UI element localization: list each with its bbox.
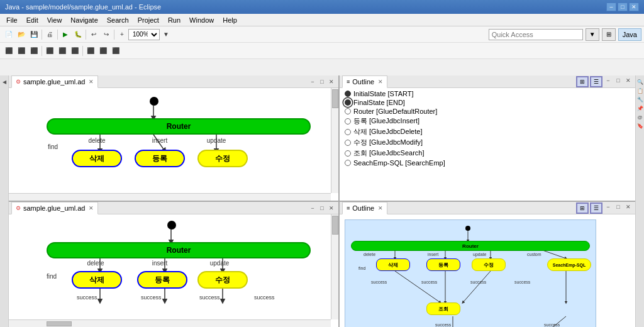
outline-icon-2 xyxy=(345,108,351,114)
zoom-select[interactable]: 100% 75% 50% 150% xyxy=(128,29,160,40)
od-insert-node[interactable]: 등록 xyxy=(426,258,460,271)
open-button[interactable]: 📂 xyxy=(15,28,28,41)
outline-top-tab[interactable]: ≡ Outline ✕ xyxy=(342,75,387,88)
undo-button[interactable]: ↩ xyxy=(87,28,100,41)
top-left-tab[interactable]: ⚙ sample.glue_uml.ad ✕ xyxy=(11,75,98,88)
new-button[interactable]: 📄 xyxy=(3,28,15,41)
minimize-panel-btn[interactable]: − xyxy=(308,77,317,86)
menu-project[interactable]: Project xyxy=(134,15,163,25)
delete-node-top[interactable]: 삭제 xyxy=(72,150,122,167)
insert-node-top[interactable]: 등록 xyxy=(135,150,185,167)
menu-help[interactable]: Help xyxy=(219,15,241,25)
tb2-btn7[interactable]: ⬛ xyxy=(84,45,97,57)
bottom-left-tab-close[interactable]: ✕ xyxy=(89,205,94,211)
outline-bottom-tab[interactable]: ≡ Outline ✕ xyxy=(342,202,387,214)
right-strip-item-3[interactable]: 🔧 xyxy=(636,96,644,103)
update-node-top[interactable]: 수정 xyxy=(197,150,248,167)
svg-text:success: success xyxy=(199,294,220,301)
menu-edit[interactable]: Edit xyxy=(23,15,42,25)
menu-search[interactable]: Search xyxy=(103,15,133,25)
tb2-btn8[interactable]: ⬛ xyxy=(97,45,109,57)
zoom-dropdown-button[interactable]: ▼ xyxy=(160,28,172,41)
menu-view[interactable]: View xyxy=(43,15,66,25)
minimize-button[interactable]: – xyxy=(606,3,616,11)
open-perspective-btn[interactable]: ⊞ xyxy=(602,28,616,41)
bottom-left-scrollbar-v[interactable] xyxy=(331,214,338,319)
zoom-in-button[interactable]: + xyxy=(116,28,128,41)
outline-item-0[interactable]: InitialState [START] xyxy=(340,89,635,98)
right-strip-item-5[interactable]: @ xyxy=(636,113,644,121)
outline-top-content: InitialState [START] FinalState [END] Ro… xyxy=(340,88,635,201)
menu-navigate[interactable]: Navigate xyxy=(67,15,101,25)
od-delete-node[interactable]: 삭제 xyxy=(376,258,410,271)
tb2-btn5[interactable]: ⬛ xyxy=(56,45,69,57)
menu-file[interactable]: File xyxy=(3,15,21,25)
outline-item-7[interactable]: SeachEmp-SQL [SearchEmp] xyxy=(340,158,635,167)
maximize-button[interactable]: □ xyxy=(618,3,628,11)
tb2-btn2[interactable]: ⬛ xyxy=(15,45,28,57)
outline-minimize-btn[interactable]: − xyxy=(604,76,613,85)
top-left-scrollbar-h[interactable] xyxy=(9,193,331,201)
outline-maximize-btn[interactable]: □ xyxy=(614,76,623,85)
od-seachemp-node[interactable]: SeachEmp-SQL xyxy=(547,258,591,271)
outline-item-3[interactable]: 등록 [GlueJdbcInsert] xyxy=(340,116,635,126)
update-node-bottom[interactable]: 수정 xyxy=(197,271,248,289)
close-button[interactable]: ✕ xyxy=(629,3,639,11)
outline-item-1[interactable]: FinalState [END] xyxy=(340,98,635,107)
left-strip-arrow[interactable]: ◀ xyxy=(1,78,8,86)
outline-bottom-diagram: delete insert update custom success succ… xyxy=(340,214,635,327)
quick-access-input[interactable] xyxy=(489,29,583,40)
top-left-tab-close[interactable]: ✕ xyxy=(89,79,94,85)
outline-bottom-tab-close[interactable]: ✕ xyxy=(378,205,383,211)
menu-window[interactable]: Window xyxy=(186,15,218,25)
od-update-node[interactable]: 수정 xyxy=(472,258,506,271)
tb2-btn3[interactable]: ⬛ xyxy=(28,45,40,57)
outline-bottom-close-btn[interactable]: ✕ xyxy=(624,202,633,211)
window-title: Java - sample/model/sample.glue_uml.ad -… xyxy=(5,3,606,11)
outline-ctrl-2[interactable]: ☰ xyxy=(590,76,602,87)
close-panel-btn[interactable]: ✕ xyxy=(327,77,336,86)
tb2-btn6[interactable]: ⬛ xyxy=(69,45,81,57)
svg-text:success: success xyxy=(141,294,162,301)
top-left-scrollbar-v[interactable] xyxy=(331,88,338,193)
right-strip-item-6[interactable]: 🔖 xyxy=(636,122,644,130)
outline-bottom-ctrl-1[interactable]: ⊞ xyxy=(576,202,589,214)
tb2-btn1[interactable]: ⬛ xyxy=(3,45,15,57)
menu-run[interactable]: Run xyxy=(164,15,184,25)
outline-label-5: 수정 [GlueJdbcModify] xyxy=(353,138,423,147)
delete-node-bottom[interactable]: 삭제 xyxy=(72,271,122,289)
right-strip-item-2[interactable]: 📋 xyxy=(636,87,644,94)
insert-node-bottom[interactable]: 등록 xyxy=(137,271,187,289)
outline-bottom-minimize-btn[interactable]: − xyxy=(604,202,613,211)
outline-item-6[interactable]: 조회 [GlueJdbcSearch] xyxy=(340,148,635,158)
outline-item-4[interactable]: 삭제 [GlueJdbcDelete] xyxy=(340,126,635,137)
print-button[interactable]: 🖨 xyxy=(43,28,56,41)
redo-button[interactable]: ↪ xyxy=(100,28,113,41)
outline-item-2[interactable]: Router [GlueDefaultRouter] xyxy=(340,107,635,116)
outline-ctrl-1[interactable]: ⊞ xyxy=(576,76,589,87)
outline-bottom-maximize-btn[interactable]: □ xyxy=(614,202,623,211)
right-strip-item-4[interactable]: 📌 xyxy=(636,104,644,112)
update-node-label-top: 수정 xyxy=(215,153,230,164)
outline-top-tab-close[interactable]: ✕ xyxy=(378,79,383,85)
run-button[interactable]: ▶ xyxy=(59,28,72,41)
save-button[interactable]: 💾 xyxy=(28,28,40,41)
outline-icon-0 xyxy=(345,91,351,97)
maximize-bottom-left-btn[interactable]: □ xyxy=(318,204,326,213)
minimize-bottom-left-btn[interactable]: − xyxy=(308,204,317,213)
bottom-left-tab[interactable]: ⚙ sample.glue_uml.ad ✕ xyxy=(11,202,98,214)
maximize-panel-btn[interactable]: □ xyxy=(318,77,326,86)
tb2-btn9[interactable]: ⬛ xyxy=(109,45,122,57)
tb2-btn4[interactable]: ⬛ xyxy=(43,45,56,57)
outline-close-btn[interactable]: ✕ xyxy=(624,76,633,85)
bottom-left-scrollbar-h[interactable] xyxy=(9,319,331,327)
right-strip-item-1[interactable]: 🔍 xyxy=(636,78,644,86)
java-perspective-badge[interactable]: Java xyxy=(618,28,641,41)
quick-access-search-btn[interactable]: ▼ xyxy=(586,28,599,41)
debug-button[interactable]: 🐛 xyxy=(72,28,84,41)
close-bottom-left-btn[interactable]: ✕ xyxy=(327,204,336,213)
od-search-node[interactable]: 조회 xyxy=(426,302,460,315)
start-node-top xyxy=(150,97,158,106)
outline-bottom-ctrl-2[interactable]: ☰ xyxy=(590,202,602,214)
outline-item-5[interactable]: 수정 [GlueJdbcModify] xyxy=(340,137,635,148)
